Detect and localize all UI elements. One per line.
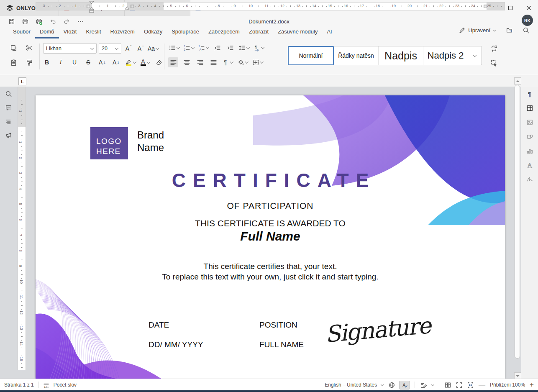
strikeout-button[interactable]: S <box>83 57 93 67</box>
menu-tab-vlo-it[interactable]: Vložit <box>59 26 82 38</box>
paragraph-direction-button[interactable]: ¶ <box>253 43 264 53</box>
replace-button[interactable] <box>489 43 499 53</box>
menu-tab-rozvr-en-[interactable]: Rozvržení <box>106 26 140 38</box>
line-spacing-button[interactable] <box>238 43 250 53</box>
feedback-icon[interactable] <box>5 131 12 139</box>
align-left-button[interactable] <box>168 57 178 67</box>
textart-settings-icon[interactable]: A <box>526 161 533 169</box>
clear-style-button[interactable] <box>154 57 164 67</box>
certificate-subtitle[interactable]: OF PARTICIPATION <box>36 201 505 211</box>
decrease-indent-button[interactable] <box>212 43 222 53</box>
track-changes-icon[interactable] <box>420 381 427 389</box>
set-language-icon[interactable] <box>388 381 395 389</box>
logo-placeholder[interactable]: LOGO HERE <box>90 127 128 159</box>
scroll-up-button[interactable] <box>514 77 521 85</box>
spellcheck-toggle[interactable]: A <box>399 381 410 389</box>
right-indent-marker[interactable] <box>125 6 130 10</box>
align-right-button[interactable] <box>195 57 205 67</box>
signature-image[interactable]: Signature <box>323 310 436 360</box>
fit-width-icon[interactable] <box>466 381 474 389</box>
style-item[interactable]: Řádky natěsn <box>334 46 379 65</box>
zoom-label[interactable]: Přiblížení 100% <box>490 382 525 388</box>
table-settings-icon[interactable] <box>526 104 533 112</box>
highlight-color-button[interactable] <box>125 57 136 67</box>
table-column-handle[interactable] <box>484 5 487 8</box>
page-number-label[interactable]: Stránka 1 z 1 <box>4 382 34 388</box>
search-icon[interactable] <box>5 90 12 97</box>
language-selector[interactable]: English – United States <box>325 382 377 388</box>
paste-button[interactable] <box>8 57 18 67</box>
increase-font-button[interactable]: Aˆ <box>123 44 133 54</box>
vertical-ruler[interactable]: 1123456789101112131415 <box>18 87 26 370</box>
editing-mode-button[interactable]: Upravení <box>458 26 496 34</box>
chart-settings-icon[interactable] <box>526 147 533 154</box>
position-label[interactable]: POSITION <box>259 320 297 330</box>
styles-gallery-expand[interactable] <box>468 46 482 65</box>
superscript-button[interactable]: A1 <box>97 57 107 67</box>
decrease-font-button[interactable]: Aˇ <box>136 44 146 54</box>
borders-button[interactable] <box>252 57 264 67</box>
shading-button[interactable] <box>237 57 249 67</box>
underline-button[interactable]: U <box>69 57 79 67</box>
position-value[interactable]: FULL NAME <box>259 340 304 349</box>
nonprinting-chars-button[interactable]: ¶ <box>222 57 233 67</box>
word-count-label[interactable]: Počet slov <box>54 382 77 388</box>
menu-tab-soubor[interactable]: Soubor <box>8 26 35 38</box>
align-center-button[interactable] <box>182 57 192 67</box>
zoom-out-button[interactable]: — <box>478 381 486 389</box>
change-case-button[interactable]: Aa <box>148 44 159 54</box>
italic-button[interactable]: I <box>56 57 66 67</box>
menu-tab-ai[interactable]: AI <box>322 26 336 38</box>
menu-tab-zabezpe-en-[interactable]: Zabezpečení <box>204 26 244 38</box>
first-line-indent-marker[interactable] <box>89 1 94 4</box>
justify-button[interactable] <box>208 57 218 67</box>
document-page[interactable]: LOGO HERE Brand Name CERTIFICATE OF PART… <box>36 95 505 379</box>
menu-tab-odkazy[interactable]: Odkazy <box>139 26 167 38</box>
date-value[interactable]: DD/ MM/ YYYY <box>149 340 203 349</box>
horizontal-ruler[interactable]: 3211234568910111213141516171819202122232… <box>36 2 505 10</box>
table-column-handle[interactable] <box>131 5 134 8</box>
date-label[interactable]: DATE <box>149 320 169 330</box>
shape-settings-icon[interactable] <box>526 133 533 140</box>
numbering-button[interactable]: 12 <box>183 43 195 53</box>
increase-indent-button[interactable] <box>225 43 235 53</box>
navigation-icon[interactable] <box>5 118 12 125</box>
bullets-button[interactable] <box>168 43 180 53</box>
style-item[interactable]: Nadpis <box>379 46 423 65</box>
select-all-button[interactable] <box>489 58 499 68</box>
paragraph-settings-icon[interactable]: ¶ <box>526 90 533 97</box>
subscript-button[interactable]: A1 <box>111 57 121 67</box>
font-name-select[interactable]: Likhan <box>43 43 97 54</box>
tab-stop-selector[interactable]: L <box>18 77 26 85</box>
style-item[interactable]: Nadpis 2 <box>423 46 468 65</box>
copy-button[interactable] <box>8 43 18 53</box>
search-header-icon[interactable] <box>522 26 530 34</box>
scrollbar-thumb[interactable] <box>515 85 520 359</box>
bold-button[interactable]: B <box>42 57 52 67</box>
hide-status-bar-icon[interactable] <box>444 381 451 389</box>
avatar[interactable]: RK <box>522 15 533 26</box>
certificate-title[interactable]: CERTIFICATE <box>36 169 505 192</box>
menu-tab-z-suvn-moduly[interactable]: Zásuvné moduly <box>273 26 322 38</box>
brand-name-text[interactable]: Brand Name <box>137 129 164 154</box>
comments-icon[interactable] <box>5 104 12 111</box>
format-painter-button[interactable] <box>24 57 34 67</box>
multilevel-list-button[interactable]: 1A <box>197 43 209 53</box>
open-file-location-icon[interactable] <box>505 26 513 34</box>
menu-tab-dom-[interactable]: Domů <box>35 26 59 38</box>
font-color-button[interactable]: A <box>140 57 150 67</box>
style-item[interactable]: Normální <box>288 46 334 65</box>
zoom-in-button[interactable]: + <box>529 381 535 389</box>
recipient-name[interactable]: Full Name <box>36 229 505 243</box>
fit-page-icon[interactable] <box>455 381 463 389</box>
cut-button[interactable] <box>24 43 34 53</box>
awarded-label[interactable]: THIS CERTIFICATE IS AWARDED TO <box>36 218 505 228</box>
vertical-scrollbar[interactable] <box>514 77 520 379</box>
font-size-select[interactable]: 20 <box>99 43 121 54</box>
image-settings-icon[interactable] <box>526 118 533 126</box>
left-indent-marker[interactable] <box>89 7 94 13</box>
signature-settings-icon[interactable] <box>526 175 533 183</box>
close-window-button[interactable] <box>520 0 538 16</box>
menu-tab-zobrazit[interactable]: Zobrazit <box>244 26 273 38</box>
body-text[interactable]: This certificate certifies that, your te… <box>36 261 505 282</box>
